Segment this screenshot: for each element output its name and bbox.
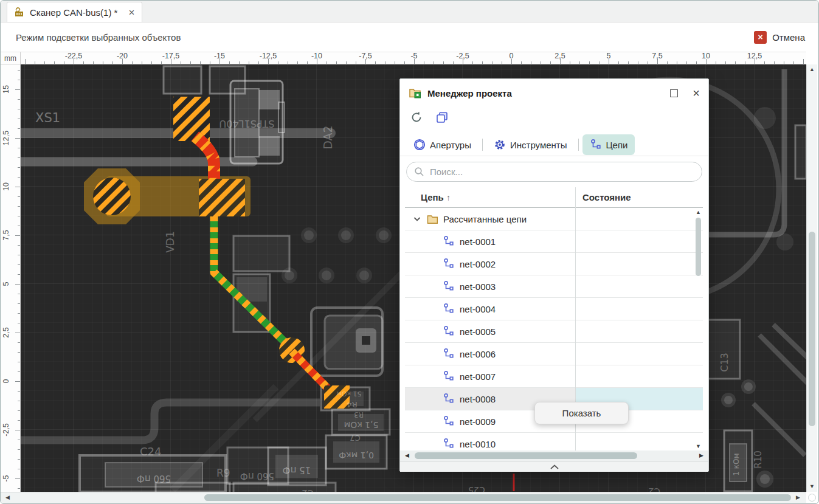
aperture-icon <box>413 139 426 151</box>
cancel-button[interactable]: × Отмена <box>754 31 805 44</box>
net-row-net-0004[interactable]: net-0004 <box>405 298 703 320</box>
scroll-up-icon[interactable]: ▲ <box>696 209 701 215</box>
tab-close-icon[interactable]: × <box>128 7 134 18</box>
net-label: net-0003 <box>460 281 496 292</box>
canvas-vertical-scrollbar[interactable]: ▲ ▼ <box>806 64 817 492</box>
tab-apertures[interactable]: Апертуры <box>406 134 479 155</box>
net-row-net-0007[interactable]: net-0007 <box>405 365 703 388</box>
net-icon <box>443 325 455 337</box>
maximize-button[interactable] <box>670 89 678 97</box>
tree-folder-row[interactable]: Рассчитанные цепи <box>405 208 703 230</box>
net-icon <box>443 235 455 247</box>
column-state[interactable]: Состояние <box>575 192 703 202</box>
silkscreen-label: C24 <box>140 445 161 458</box>
vertical-scroll-thumb[interactable] <box>809 232 815 426</box>
collapse-panel-button[interactable] <box>400 461 708 472</box>
net-icon <box>443 280 455 292</box>
ruler-label: -5 <box>2 475 10 482</box>
net-label: net-0007 <box>460 371 496 382</box>
sort-ascending-icon: ↑ <box>446 193 451 202</box>
silkscreen-label: 51 кОм <box>336 390 361 398</box>
column-net[interactable]: Цепь ↑ <box>405 192 575 202</box>
tab-nets[interactable]: Цепи <box>582 134 635 155</box>
ruler-label: 7,5 <box>652 52 662 60</box>
project-manager-dialog[interactable]: Менеджер проекта × Апертуры <box>399 78 709 472</box>
table-hscroll-thumb[interactable] <box>415 452 637 459</box>
dialog-tabs: Апертуры Инструменты Цепи <box>406 134 635 156</box>
net-label: net-0010 <box>460 439 496 449</box>
net-icon <box>443 303 455 315</box>
cascade-windows-icon[interactable] <box>435 111 449 124</box>
horizontal-scroll-thumb[interactable] <box>204 494 791 501</box>
scroll-left-icon[interactable]: ◀ <box>405 453 409 458</box>
net-icon <box>443 415 455 427</box>
ruler-label: -17,5 <box>162 52 180 60</box>
net-row-net-0001[interactable]: net-0001 <box>405 230 703 253</box>
net-state-cell[interactable] <box>575 230 703 252</box>
table-vscroll-thumb[interactable] <box>696 218 701 276</box>
scroll-down-icon[interactable]: ▼ <box>696 443 701 449</box>
canvas-horizontal-scrollbar[interactable]: ◀ ▶ <box>1 492 806 503</box>
net-state-cell[interactable] <box>575 298 703 320</box>
dialog-titlebar[interactable]: Менеджер проекта × <box>400 79 708 107</box>
net-row-net-0003[interactable]: net-0003 <box>405 275 703 298</box>
scroll-right-icon[interactable]: ▶ <box>699 453 703 458</box>
dialog-close-icon[interactable]: × <box>693 87 700 99</box>
silkscreen-label: DA2 <box>321 125 334 149</box>
document-tab[interactable]: Сканер CAN-bus(1) * × <box>7 2 142 22</box>
tab-tools[interactable]: Инструменты <box>486 134 575 155</box>
net-icon <box>443 348 455 360</box>
tab-apertures-label: Апертуры <box>430 140 471 150</box>
net-label: net-0009 <box>460 416 496 427</box>
silkscreen-label: XS1 <box>35 111 60 125</box>
scroll-left-icon[interactable]: ◀ <box>5 495 10 500</box>
scanner-project-icon <box>13 7 25 18</box>
table-header: Цепь ↑ Состояние <box>405 187 703 208</box>
net-state-cell[interactable] <box>575 343 703 365</box>
silkscreen-label: 0,1 мкФ <box>339 450 374 460</box>
ruler-label: -2,5 <box>2 423 10 437</box>
ruler-label: 15 <box>2 85 10 94</box>
silkscreen-label: 560 пФ <box>240 471 274 482</box>
app-window: Сканер CAN-bus(1) * × Режим подсветки вы… <box>0 0 819 504</box>
ruler-label: 10 <box>702 52 710 60</box>
net-label: net-0005 <box>460 326 496 337</box>
refresh-icon[interactable] <box>410 111 423 124</box>
net-label: net-0006 <box>460 349 496 359</box>
silkscreen-label: 1 кОм <box>732 453 741 475</box>
net-state-cell[interactable] <box>575 253 703 275</box>
dialog-title: Менеджер проекта <box>427 88 670 98</box>
net-state-cell[interactable] <box>575 433 703 450</box>
silkscreen-label: C13 <box>719 353 730 372</box>
ruler-label: 10 <box>2 182 10 191</box>
cancel-x-icon: × <box>754 31 767 44</box>
net-row-net-0005[interactable]: net-0005 <box>405 320 703 343</box>
mode-toolbar: Режим подсветки выбранных объектов × Отм… <box>1 22 818 52</box>
tab-separator <box>578 139 579 151</box>
scroll-up-icon[interactable]: ▲ <box>809 67 815 72</box>
net-icon <box>443 258 455 270</box>
silkscreen-label: C25 <box>468 485 485 492</box>
ruler-label: 5 <box>2 282 10 286</box>
search-input[interactable]: Поиск... <box>406 162 702 182</box>
net-label: net-0001 <box>460 236 496 247</box>
ruler-unit-label: mm <box>1 52 21 64</box>
net-row-net-0010[interactable]: net-0010 <box>405 433 703 450</box>
net-state-cell[interactable] <box>575 320 703 342</box>
net-state-cell[interactable] <box>575 365 703 387</box>
ruler-label: -7,5 <box>359 52 372 60</box>
chevron-down-icon[interactable] <box>412 214 422 224</box>
table-vertical-scrollbar[interactable]: ▲ ▼ <box>694 209 702 449</box>
net-row-net-0002[interactable]: net-0002 <box>405 253 703 275</box>
scroll-right-icon[interactable]: ▶ <box>796 495 800 500</box>
gear-icon <box>494 139 506 151</box>
net-label: net-0002 <box>460 259 496 269</box>
table-horizontal-scrollbar[interactable]: ◀ ▶ <box>400 450 708 461</box>
chevron-up-icon <box>550 464 559 470</box>
net-row-net-0006[interactable]: net-0006 <box>405 343 703 365</box>
net-state-cell[interactable] <box>575 275 703 297</box>
silkscreen-label: 560 пФ <box>137 473 171 484</box>
ruler-label: 2,5 <box>555 52 565 60</box>
scroll-down-icon[interactable]: ▼ <box>809 484 815 489</box>
show-net-popup[interactable]: Показать <box>534 402 629 424</box>
